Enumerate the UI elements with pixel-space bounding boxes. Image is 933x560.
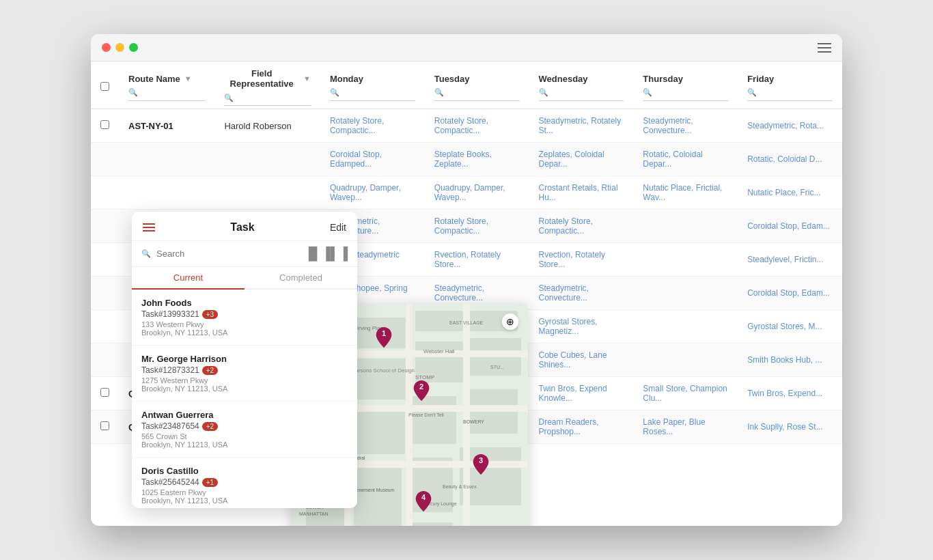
map-pin-2-label: 2	[419, 382, 423, 391]
wednesday-search-input[interactable]	[551, 88, 624, 98]
row-checkbox[interactable]	[100, 421, 109, 430]
wednesday-cell: Steadymetric, Rotately St...	[529, 109, 634, 143]
task-item-name: John Foods	[141, 298, 348, 308]
monday-cell: Quadrupy, Damper, Wavep...	[320, 176, 425, 210]
friday-cell: Steadylevel, Frictin...	[738, 243, 842, 277]
map-pin-2[interactable]: 2	[412, 379, 431, 402]
task-edit-button[interactable]: Edit	[330, 222, 346, 233]
wednesday-header: Wednesday 🔍	[529, 61, 634, 109]
map-pin-4[interactable]: 4	[414, 490, 433, 513]
task-item-id: Task#23487654 +2	[141, 421, 348, 431]
monday-search-icon: 🔍	[330, 88, 339, 97]
maximize-button[interactable]	[129, 43, 138, 52]
task-badge: +2	[202, 422, 218, 431]
tab-current[interactable]: Current	[132, 267, 245, 290]
friday-search-icon: 🔍	[747, 88, 757, 97]
svg-text:STU...: STU...	[490, 365, 504, 369]
route-name-cell	[119, 176, 214, 210]
wednesday-cell: Zeplates, Coloidal Depar...	[529, 143, 634, 176]
route-search-input[interactable]	[141, 88, 205, 98]
map-pin-1[interactable]: 1	[374, 326, 393, 349]
task-list-item[interactable]: Doris Castillo Task#25645244 +1 1025 Eas…	[132, 458, 357, 508]
map-crosshair-button[interactable]: ⊕	[502, 313, 518, 330]
task-badge: +2	[202, 366, 218, 375]
task-panel: Task Edit 🔍 ▐▌▐▌▐ Current Completed John…	[132, 212, 357, 508]
barcode-icon: ▐▌▐▌▐	[304, 247, 348, 261]
row-checkbox[interactable]	[100, 388, 109, 397]
monday-header: Monday 🔍	[320, 61, 425, 109]
row-checkbox-cell	[91, 143, 119, 176]
tuesday-cell: Steplate Books, Zeplate...	[425, 143, 529, 176]
row-checkbox[interactable]	[100, 120, 109, 129]
task-item-addr-line2: Brooklyn, NY 11213, USA	[141, 440, 348, 449]
svg-text:Webster Hall: Webster Hall	[423, 348, 455, 354]
thursday-cell	[633, 277, 738, 310]
friday-cell: Twin Bros, Expend...	[738, 377, 842, 410]
svg-text:Beauty & Essex: Beauty & Essex	[443, 484, 477, 490]
task-search-icon: 🔍	[141, 249, 151, 258]
thursday-search-input[interactable]	[655, 88, 728, 98]
select-all-checkbox[interactable]	[100, 82, 109, 91]
main-content: Route Name ▼ 🔍 Field Repre	[91, 61, 842, 526]
friday-label: Friday	[747, 74, 774, 84]
hamburger-menu-icon[interactable]	[818, 43, 831, 53]
table-row[interactable]: Coroidal Stop, Edamped... Steplate Books…	[91, 143, 842, 176]
friday-cell: Gyrostal Stores, M...	[738, 310, 842, 344]
row-checkbox-cell	[91, 109, 119, 143]
table-row[interactable]: Quadrupy, Damper, Wavep... Quadrupy, Dam…	[91, 176, 842, 210]
route-name-label: Route Name	[128, 74, 180, 84]
task-badge: +1	[202, 478, 218, 487]
svg-text:Parsons School of Design: Parsons School of Design	[352, 367, 415, 374]
task-item-addr-line2: Brooklyn, NY 11213, USA	[141, 496, 348, 505]
friday-cell: Coroidal Stop, Edam...	[738, 277, 842, 310]
task-item-addr-line2: Brooklyn, NY 11213, USA	[141, 328, 348, 337]
map-pin-3[interactable]: 3	[471, 453, 490, 476]
rep-search-input[interactable]	[236, 93, 311, 102]
svg-text:BOWERY: BOWERY	[463, 419, 484, 424]
svg-text:Please Don't Tell: Please Don't Tell	[408, 412, 444, 417]
task-search-input[interactable]	[156, 249, 298, 259]
thursday-cell	[633, 243, 738, 277]
task-list-item[interactable]: Mr. George Harrison Task#12873321 +2 127…	[132, 346, 357, 402]
thursday-cell: Nutatic Place, Frictial, Wav...	[633, 176, 738, 210]
field-rep-label: Field Representative	[224, 68, 299, 89]
field-rep-header[interactable]: Field Representative ▼ 🔍	[214, 61, 320, 109]
thursday-cell	[633, 344, 738, 377]
task-item-name: Mr. George Harrison	[141, 354, 348, 364]
task-list-item[interactable]: Antwan Guerrera Task#23487654 +2 565 Cro…	[132, 402, 357, 458]
monday-search-input[interactable]	[342, 88, 415, 98]
rep-name-cell: Harold Roberson	[214, 109, 320, 143]
task-item-name: Antwan Guerrera	[141, 410, 348, 420]
table-row[interactable]: AST-NY-01 Harold Roberson Rotately Store…	[91, 109, 842, 143]
row-checkbox-cell	[91, 210, 119, 243]
tuesday-search-input[interactable]	[447, 88, 520, 98]
wednesday-cell: Cobe Cubes, Lane Shines...	[529, 344, 634, 377]
route-name-header[interactable]: Route Name ▼ 🔍	[119, 61, 214, 109]
field-rep-sort-icon: ▼	[303, 74, 311, 83]
thursday-cell	[633, 310, 738, 344]
thursday-label: Thursday	[643, 74, 683, 84]
task-item-name: Doris Castillo	[141, 466, 348, 476]
tuesday-search-icon: 🔍	[434, 88, 444, 97]
svg-rect-10	[354, 410, 405, 454]
row-checkbox-cell	[91, 277, 119, 310]
friday-search-input[interactable]	[760, 88, 833, 98]
wednesday-search-icon: 🔍	[539, 88, 548, 97]
tab-completed[interactable]: Completed	[245, 267, 357, 288]
close-button[interactable]	[102, 43, 111, 52]
svg-rect-14	[354, 468, 402, 526]
minimize-button[interactable]	[115, 43, 124, 52]
row-checkbox-cell	[91, 344, 119, 377]
svg-rect-19	[408, 522, 453, 526]
task-list-item[interactable]: John Foods Task#13993321 +3 133 Western …	[132, 290, 357, 346]
tuesday-cell: Rotately Store, Compactic...	[425, 109, 529, 143]
row-checkbox-cell	[91, 243, 119, 277]
wednesday-cell: Steadymetric, Convecture...	[529, 277, 634, 310]
task-item-addr-line1: 133 Western Pkwy	[141, 320, 348, 328]
task-menu-icon[interactable]	[143, 223, 155, 232]
task-item-id: Task#12873321 +2	[141, 365, 348, 375]
friday-cell: Nutatic Place, Fric...	[738, 176, 842, 210]
task-item-id: Task#25645244 +1	[141, 477, 348, 487]
rep-name-cell	[214, 176, 320, 210]
rep-search-icon: 🔍	[224, 94, 234, 102]
